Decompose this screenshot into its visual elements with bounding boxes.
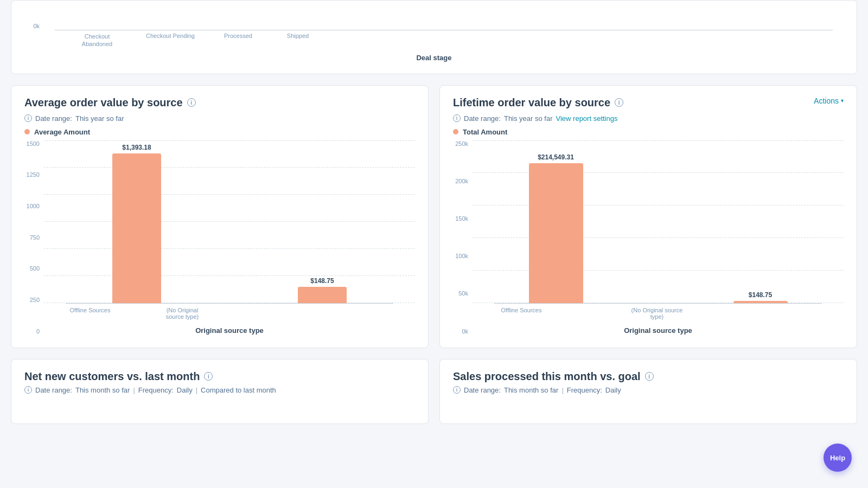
avg-order-x-axis-title: Original source type (44, 326, 415, 335)
deal-x-label-checkout-abandoned: CheckoutAbandoned (59, 33, 135, 48)
avg-order-info-icon[interactable]: i (187, 98, 196, 107)
lifetime-bar-2-value: $148.75 (749, 291, 772, 299)
net-new-sep1: | (133, 386, 135, 394)
avg-order-bars-area: $1,393.18 $148.75 (44, 140, 415, 303)
y-label-200k: 200k (455, 178, 468, 184)
lifetime-bar-1-rect (529, 163, 583, 303)
deal-stage-card: 0k CheckoutAbandoned Checkout Pending Pr… (11, 0, 857, 74)
net-new-customers-date-range: i Date range: This month so far | Freque… (24, 386, 415, 394)
net-new-freq-label: Frequency: (138, 386, 174, 394)
lifetime-order-chart-content: $214,549.31 $148.75 (473, 140, 844, 335)
deal-stage-chart: 0k CheckoutAbandoned Checkout Pending Pr… (24, 1, 844, 65)
view-report-settings-link[interactable]: View report settings (556, 114, 618, 123)
sales-processed-title-text: Sales processed this month vs. goal (453, 370, 641, 383)
avg-order-title-text: Average order value by source (24, 97, 183, 109)
lifetime-order-date-info-icon[interactable]: i (453, 114, 461, 122)
net-new-date-label: Date range: (35, 386, 72, 394)
deal-x-label-shipped: Shipped (271, 33, 325, 48)
avg-order-bar-1: $1,393.18 (66, 140, 208, 303)
net-new-customers-info-icon[interactable]: i (204, 372, 213, 381)
avg-order-x-axis-line (66, 303, 393, 304)
avg-order-legend-dot (24, 129, 30, 134)
y-label-1250: 1250 (27, 171, 40, 178)
avg-order-chart-content: $1,393.18 $148.75 (44, 140, 415, 335)
net-new-compared-label: Compared to last month (201, 386, 276, 394)
actions-button[interactable]: Actions ▾ (814, 97, 844, 105)
lifetime-x-label-1: Offline Sources (494, 307, 548, 320)
avg-order-date-label: Date range: (35, 114, 72, 123)
avg-order-x-label-1: Offline Sources (66, 307, 114, 320)
avg-order-legend: Average Amount (24, 128, 415, 136)
lifetime-order-legend-dot (453, 129, 458, 134)
sales-processed-title: Sales processed this month vs. goal i (453, 370, 844, 383)
deal-stage-axis-title: Deal stage (24, 54, 844, 62)
lifetime-order-legend-label: Total Amount (463, 128, 507, 136)
avg-order-x-labels: Offline Sources (No Original source type… (44, 307, 415, 320)
y-label-250k: 250k (455, 140, 468, 147)
lifetime-order-bars-row: $214,549.31 $148.75 (473, 140, 844, 303)
avg-order-date-range: i Date range: This year so far (24, 114, 415, 123)
lifetime-bar-1: $214,549.31 (494, 140, 617, 303)
y-label-500: 500 (30, 265, 40, 272)
net-new-date-value: This month so far (75, 386, 130, 394)
sales-processed-date-info-icon[interactable]: i (453, 386, 461, 394)
y-label-1500: 1500 (27, 140, 40, 147)
avg-order-title: Average order value by source i (24, 97, 196, 109)
avg-order-bars-row: $1,393.18 $148.75 (44, 140, 415, 303)
net-new-customers-title: Net new customers vs. last month i (24, 370, 415, 383)
avg-order-card: Average order value by source i i Date r… (11, 85, 429, 348)
sales-processed-sep: | (561, 386, 563, 394)
avg-order-bar-2-value: $148.75 (310, 277, 334, 285)
sales-processed-freq-value: Daily (605, 386, 621, 394)
lifetime-order-legend: Total Amount (453, 128, 844, 136)
deal-x-label-checkout-pending: Checkout Pending (135, 33, 206, 48)
net-new-freq-value: Daily (177, 386, 193, 394)
y-label-150k: 150k (455, 215, 468, 222)
net-new-date-info-icon[interactable]: i (24, 386, 32, 394)
net-new-sep2: | (196, 386, 197, 394)
avg-order-date-value: This year so far (75, 114, 124, 123)
lifetime-order-card: Lifetime order value by source i Actions… (439, 85, 857, 348)
y-label-100k: 100k (455, 253, 468, 259)
lifetime-bar-1-value: $214,549.31 (538, 153, 574, 161)
sales-processed-date-range: i Date range: This month so far | Freque… (453, 386, 844, 394)
sales-processed-info-icon[interactable]: i (645, 372, 654, 381)
lifetime-order-x-axis-title: Original source type (473, 326, 844, 335)
actions-chevron-icon: ▾ (841, 98, 844, 104)
net-new-customers-card: Net new customers vs. last month i i Dat… (11, 359, 429, 424)
lifetime-order-y-axis: 250k 200k 150k 100k 50k 0k (453, 140, 473, 335)
lifetime-bar-2-rect (733, 301, 788, 303)
lifetime-bar-2: $148.75 (699, 140, 822, 303)
y-label-1000: 1000 (27, 203, 40, 209)
lifetime-order-info-icon[interactable]: i (615, 98, 623, 107)
avg-order-bar-2-rect (298, 287, 347, 303)
avg-order-y-axis: 1500 1250 1000 750 500 250 0 (24, 140, 44, 335)
lifetime-order-x-axis-line (494, 303, 822, 304)
y-label-250: 250 (30, 297, 40, 303)
y-label-750: 750 (30, 234, 40, 241)
y-axis-0k: 0k (24, 23, 44, 30)
actions-label: Actions (814, 97, 839, 105)
avg-order-chart-area: 1500 1250 1000 750 500 250 0 (24, 140, 415, 335)
lifetime-order-date-label: Date range: (464, 114, 501, 123)
net-new-customers-title-text: Net new customers vs. last month (24, 370, 200, 383)
y-label-50k: 50k (458, 290, 468, 297)
avg-order-date-info-icon[interactable]: i (24, 114, 32, 122)
avg-order-bar-2: $148.75 (251, 140, 393, 303)
lifetime-order-date-value: This year so far (504, 114, 553, 123)
avg-order-x-label-2: (No Original source type) (158, 307, 207, 320)
lifetime-order-title-text: Lifetime order value by source (453, 97, 610, 109)
lifetime-order-chart-area: 250k 200k 150k 100k 50k 0k (453, 140, 844, 335)
lifetime-order-x-labels: Offline Sources (No Original source type… (473, 307, 844, 320)
lifetime-order-date-range: i Date range: This year so far View repo… (453, 114, 844, 123)
avg-order-legend-label: Average Amount (34, 128, 90, 136)
sales-processed-freq-label: Frequency: (567, 386, 602, 394)
sales-processed-card: Sales processed this month vs. goal i i … (439, 359, 857, 424)
lifetime-x-label-2: (No Original source type) (630, 307, 684, 320)
sales-processed-date-value: This month so far (504, 386, 558, 394)
avg-order-bar-1-value: $1,393.18 (122, 144, 151, 151)
lifetime-order-bars-area: $214,549.31 $148.75 (473, 140, 844, 303)
y-label-0: 0 (36, 328, 40, 335)
lifetime-order-title: Lifetime order value by source i (453, 97, 623, 109)
y-label-0k: 0k (462, 328, 468, 335)
